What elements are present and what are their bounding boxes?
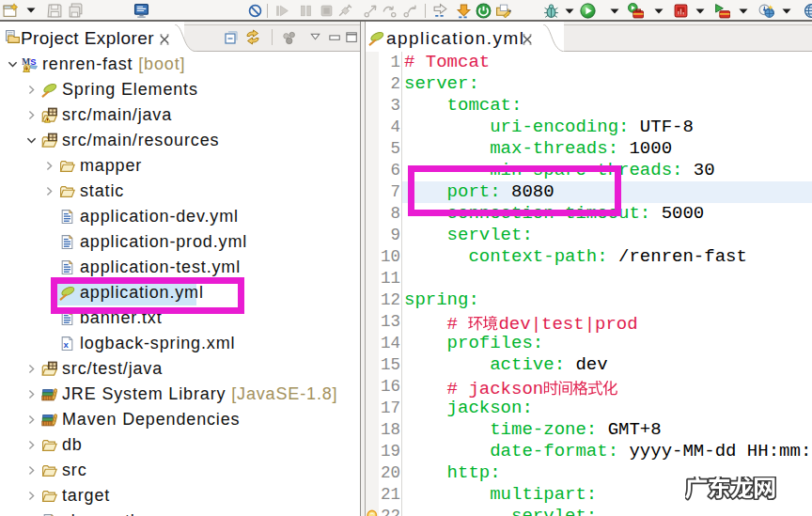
svg-text:x: x: [63, 339, 69, 350]
svg-text:S: S: [30, 57, 36, 67]
